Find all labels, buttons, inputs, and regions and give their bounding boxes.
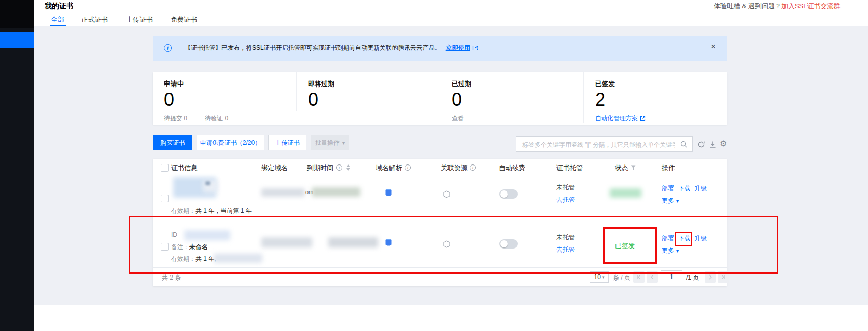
auto-renew-toggle[interactable] — [499, 189, 518, 199]
upgrade-link[interactable]: 升级 — [694, 234, 707, 243]
last-page-icon — [721, 274, 726, 280]
gear-icon[interactable]: ⚙ — [720, 139, 727, 148]
note-line: 备注： 未命名 — [171, 243, 208, 252]
search-icon[interactable] — [680, 141, 687, 148]
download-link[interactable]: 下载 — [678, 184, 690, 193]
next-page-button[interactable] — [705, 271, 716, 283]
status-issued: 已签发 — [615, 241, 635, 251]
apply-free-cert-button[interactable]: 申请免费证书（2/20） — [197, 135, 264, 150]
hosting-banner: i 【证书托管】已发布，将SSL证书开启托管即可实现证书到期前自动更新关联的腾讯… — [153, 36, 727, 61]
row-checkbox[interactable] — [161, 243, 169, 251]
info-circle-icon[interactable]: i — [405, 164, 411, 171]
hosting-action-link[interactable]: 去托管 — [556, 245, 575, 254]
dns-resolve-icon[interactable] — [385, 188, 393, 197]
deploy-link[interactable]: 部署 — [662, 184, 674, 193]
automation-plan-link[interactable]: 自动化管理方案 — [595, 114, 638, 123]
page-title: 我的证书 — [45, 2, 73, 11]
first-page-button[interactable] — [633, 271, 645, 283]
row-actions: 部署 下载 升级 — [662, 184, 707, 193]
col-header-resources: 关联资源 — [441, 163, 467, 173]
sidebar-top-strip — [0, 0, 34, 28]
stat-view-link[interactable]: 查看 — [452, 114, 464, 123]
linked-resource-icon[interactable] — [443, 190, 451, 198]
stat-applying: 申请中 0 待提交 0 待验证 0 — [153, 72, 296, 123]
row-actions: 部署 下载 升级 — [662, 234, 707, 243]
hosting-status: 未托管 — [556, 233, 575, 242]
refresh-icon[interactable] — [697, 141, 705, 148]
redacted-validity — [214, 254, 262, 263]
redacted-expiry-date — [328, 237, 378, 247]
prev-page-button[interactable] — [647, 271, 658, 283]
tab-formal-certs[interactable]: 正式证书 — [81, 15, 108, 24]
redacted-status — [610, 188, 641, 198]
caret-down-icon: ▾ — [676, 248, 679, 254]
batch-actions-button[interactable]: 批量操作 ▾ — [311, 135, 349, 150]
upload-cert-button[interactable]: 上传证书 — [268, 135, 306, 150]
stat-value: 0 — [308, 89, 440, 111]
redacted-domain — [261, 237, 312, 247]
table-header-row: 证书信息 绑定域名 到期时间 i 域名解析 i 关联资源 i 自动续费 证书托管… — [153, 159, 727, 176]
table-footer: 共 2 条 10 ▾ 条 / 页 /1 页 — [153, 268, 727, 286]
col-header-dns: 域名解析 — [376, 163, 402, 173]
hosting-status: 未托管 — [556, 183, 575, 192]
stat-value: 0 — [164, 89, 296, 111]
stat-label: 即将过期 — [308, 79, 440, 89]
col-header-hosting: 证书托管 — [556, 163, 583, 173]
stat-value: 0 — [452, 89, 583, 111]
stat-sub-pending-submit: 待提交 0 — [164, 114, 187, 123]
page-number-input[interactable] — [661, 270, 682, 283]
stat-value: 2 — [595, 89, 727, 111]
upgrade-link[interactable]: 升级 — [694, 184, 707, 193]
ssl-console-screen: 我的证书 体验吐槽 & 遇到问题？ 加入SSL证书交流群 全部 正式证书 上传证… — [0, 0, 868, 331]
stat-expiring-soon: 即将过期 0 — [296, 72, 440, 111]
banner-close-icon[interactable]: × — [711, 42, 716, 51]
search-input[interactable] — [521, 139, 676, 151]
deploy-link[interactable]: 部署 — [662, 234, 674, 243]
more-menu[interactable]: 更多 ▾ — [662, 197, 679, 205]
col-header-status: 状态 — [615, 163, 628, 173]
first-page-icon — [636, 274, 641, 280]
info-icon: i — [164, 44, 172, 52]
validity-line: 有效期： 共 1 年，当前第 1 年 — [171, 207, 252, 215]
info-circle-icon[interactable]: i — [336, 164, 342, 171]
redacted-cert-id — [184, 230, 230, 240]
tab-free-certs[interactable]: 免费证书 — [171, 15, 197, 24]
filter-icon[interactable] — [630, 164, 636, 171]
feedback-area: 体验吐槽 & 遇到问题？ 加入SSL证书交流群 — [714, 2, 840, 11]
last-page-button[interactable] — [718, 271, 729, 283]
info-circle-icon[interactable]: i — [470, 164, 476, 171]
auto-renew-toggle[interactable] — [499, 239, 518, 249]
cert-table-row-2: ID 备注： 未命名 有效期： 共 1 年, 未托管 去托管 — [153, 227, 727, 268]
dns-resolve-icon[interactable] — [385, 238, 393, 246]
stat-label: 已过期 — [452, 79, 583, 89]
select-all-checkbox[interactable] — [161, 164, 169, 172]
buy-cert-button[interactable]: 购买证书 — [153, 135, 192, 150]
feedback-join-link[interactable]: 加入SSL证书交流群 — [781, 2, 841, 11]
tab-all[interactable]: 全部 — [51, 15, 64, 24]
stats-card: 申请中 0 待提交 0 待验证 0 即将过期 0 已过期 0 查看 已签发 2 … — [153, 72, 727, 125]
sort-icon[interactable] — [346, 164, 350, 171]
col-header-cert-info: 证书信息 — [171, 163, 198, 173]
col-header-domain: 绑定域名 — [261, 163, 288, 173]
caret-down-icon: ▾ — [676, 198, 679, 204]
cert-table-row-1: 有效期： 共 1 年，当前第 1 年 om 未托管 去托管 部署 下载 升级 — [153, 176, 727, 227]
banner-use-now-link[interactable]: 立即使用 — [446, 44, 470, 52]
tab-all-underline — [50, 25, 66, 26]
redacted-cert-mark — [205, 181, 210, 185]
stat-expired: 已过期 0 查看 — [440, 72, 583, 123]
cert-table: 证书信息 绑定域名 到期时间 i 域名解析 i 关联资源 i 自动续费 证书托管… — [153, 159, 727, 286]
tab-uploaded-certs[interactable]: 上传证书 — [126, 15, 153, 24]
next-page-icon — [708, 274, 713, 280]
linked-resource-icon[interactable] — [443, 240, 451, 248]
caret-down-icon: ▾ — [342, 140, 345, 146]
row-checkbox[interactable] — [161, 195, 169, 202]
download-link[interactable]: 下载 — [678, 234, 690, 243]
download-icon[interactable] — [709, 141, 716, 148]
id-label: ID — [171, 231, 177, 238]
prev-page-icon — [650, 274, 655, 280]
page-size-select[interactable]: 10 ▾ — [590, 271, 609, 283]
more-menu[interactable]: 更多 ▾ — [662, 246, 679, 255]
banner-text: 【证书托管】已发布，将SSL证书开启托管即可实现证书到期前自动更新关联的腾讯云云… — [185, 44, 441, 52]
hosting-action-link[interactable]: 去托管 — [556, 196, 575, 204]
sidebar-item-active[interactable] — [0, 32, 34, 48]
